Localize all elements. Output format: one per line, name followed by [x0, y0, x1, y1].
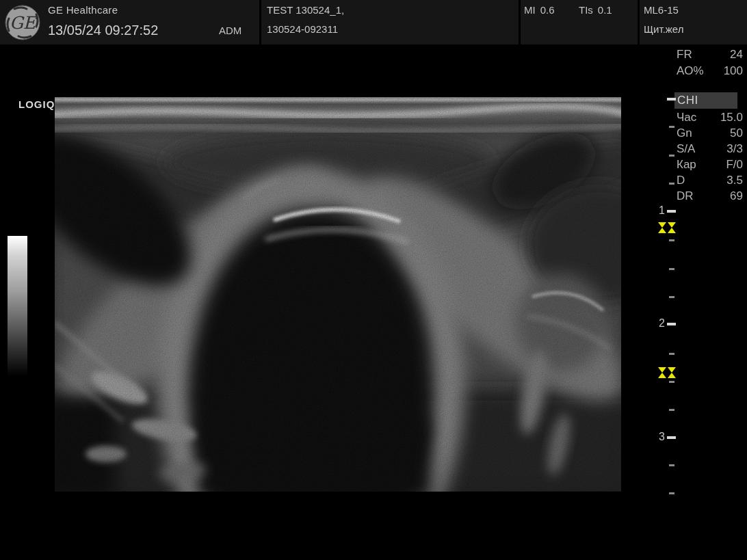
- param-row-depth: D 3.5: [677, 174, 743, 187]
- depth-tick: [669, 126, 674, 128]
- brand-name: GE Healthcare: [48, 4, 118, 16]
- mi-value: 0.6: [540, 4, 555, 16]
- param-row-fr: FR 24: [677, 48, 743, 62]
- param-label: Gn: [677, 126, 692, 140]
- svg-text:GE: GE: [10, 13, 38, 33]
- ultrasound-image: [55, 97, 621, 492]
- depth-tick-major: [667, 436, 676, 439]
- logiq-watermark: LOGIQ: [18, 98, 55, 110]
- depth-tick: [669, 296, 674, 298]
- param-value: 69: [730, 189, 743, 203]
- depth-tick: [669, 239, 674, 241]
- depth-tick: [669, 409, 674, 411]
- depth-tick: [669, 492, 674, 494]
- exam-preset: Щит.жел: [644, 23, 683, 35]
- operator-id: ADM: [219, 25, 241, 36]
- param-row-ao: AO% 100: [677, 64, 743, 78]
- depth-tick-major: [667, 210, 676, 213]
- ultrasound-screen: GE GE Healthcare 13/05/24 09:27:52 ADM T…: [0, 0, 747, 560]
- topbar-divider: [259, 0, 261, 44]
- top-status-bar: GE GE Healthcare 13/05/24 09:27:52 ADM T…: [0, 0, 747, 44]
- param-value: 3.5: [726, 174, 743, 187]
- param-value: 15.0: [720, 111, 743, 124]
- param-label: FR: [677, 48, 692, 62]
- depth-tick-major: [667, 323, 676, 325]
- probe-name: ML6-15: [644, 4, 679, 16]
- tis-value: 0.1: [598, 4, 612, 16]
- grayscale-reference-bar: [8, 236, 27, 376]
- active-mode-chi[interactable]: CHI: [674, 92, 737, 109]
- mode-label: CHI: [677, 94, 698, 107]
- param-row-freq: Час 15.0: [677, 111, 743, 124]
- date-time: 13/05/24 09:27:52: [48, 23, 158, 38]
- param-label: Час: [677, 111, 696, 124]
- mi-label: MI: [524, 4, 536, 16]
- patient-exam-title: TEST 130524_1,: [267, 4, 344, 16]
- param-label: DR: [677, 189, 694, 203]
- param-label: D: [677, 174, 685, 187]
- caliper-marker-1[interactable]: [658, 222, 677, 233]
- param-label: S/A: [677, 142, 695, 156]
- depth-tick: [669, 381, 674, 383]
- param-label: AO%: [677, 64, 704, 78]
- depth-tick: [669, 268, 674, 270]
- tis-label: TIs: [579, 4, 593, 16]
- param-value: 3/3: [726, 142, 743, 156]
- depth-tick: [669, 155, 674, 157]
- caliper-marker-2[interactable]: [658, 367, 677, 378]
- param-row-map: Кар F/0: [677, 158, 743, 172]
- depth-tick: [669, 183, 674, 185]
- topbar-divider: [519, 0, 521, 44]
- param-value: 100: [724, 64, 743, 78]
- depth-tick: [669, 353, 674, 355]
- depth-label-3: 3: [648, 431, 665, 443]
- param-value: 24: [730, 48, 743, 62]
- depth-label-1: 1: [648, 204, 665, 217]
- param-row-gain: Gn 50: [677, 126, 743, 140]
- depth-tick: [669, 464, 674, 466]
- param-value: F/0: [726, 158, 743, 172]
- mi-indicator: MI0.6: [524, 4, 555, 16]
- param-row-dr: DR 69: [677, 189, 743, 203]
- param-row-sa: S/A 3/3: [677, 142, 743, 156]
- param-label: Кар: [677, 158, 696, 172]
- depth-label-2: 2: [648, 317, 665, 330]
- depth-tick-major: [667, 98, 676, 101]
- param-value: 50: [730, 126, 743, 140]
- tis-indicator: TIs0.1: [579, 4, 612, 16]
- ge-logo-icon: GE: [5, 5, 40, 40]
- exam-id: 130524-092311: [267, 23, 338, 35]
- topbar-divider: [638, 0, 640, 44]
